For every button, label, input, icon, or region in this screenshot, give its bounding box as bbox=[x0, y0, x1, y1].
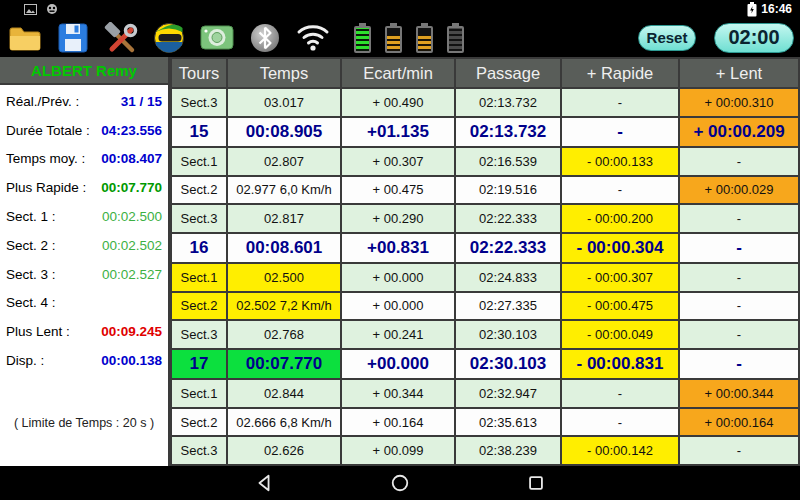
stat-row: Plus Rapide :00:07.770 bbox=[0, 173, 168, 202]
lap-row-cell: 02:22.333 bbox=[456, 234, 560, 262]
sector-row-cell: 02:38.239 bbox=[456, 437, 560, 464]
sector-row-cell: - bbox=[562, 380, 678, 407]
tools-icon bbox=[104, 22, 138, 54]
sector-row-cell: 02.817 bbox=[228, 205, 340, 232]
battery-partial-icon bbox=[385, 26, 402, 53]
sector-row-cell: - 00:00.307 bbox=[562, 264, 678, 291]
home-icon bbox=[390, 473, 410, 493]
lap-row-cell: 15 bbox=[172, 118, 226, 146]
sector-row-cell: Sect.2 bbox=[172, 409, 226, 436]
sector-row-cell: - 00:00.049 bbox=[562, 321, 678, 348]
sector-row-cell: + 00:00.344 bbox=[680, 380, 798, 407]
save-button[interactable] bbox=[56, 22, 90, 54]
sector-row-cell: 02.666 6,8 Km/h bbox=[228, 409, 340, 436]
stat-label: Sect. 3 : bbox=[6, 267, 56, 282]
driver-name: ALBERT Remy bbox=[0, 57, 168, 85]
countdown-timer-button[interactable]: 02:00 bbox=[714, 23, 794, 53]
stat-value: 00:00.138 bbox=[101, 353, 162, 368]
sector-row-cell: 03.017 bbox=[228, 89, 340, 116]
lap-row-cell: 17 bbox=[172, 350, 226, 378]
reset-button[interactable]: Reset bbox=[638, 25, 696, 51]
sector-row-cell: Sect.3 bbox=[172, 89, 226, 116]
stat-label: Sect. 2 : bbox=[6, 238, 56, 253]
android-navbar bbox=[0, 466, 800, 500]
back-icon bbox=[254, 473, 274, 493]
stat-row: Temps moy. :00:08.407 bbox=[0, 145, 168, 174]
sector-row-cell: - bbox=[680, 148, 798, 175]
sector-row-cell: 02:22.333 bbox=[456, 205, 560, 232]
sector-row-cell: Sect.3 bbox=[172, 321, 226, 348]
stat-row: Sect. 1 :00:02.500 bbox=[0, 202, 168, 231]
camera-icon bbox=[200, 24, 234, 51]
recents-button[interactable] bbox=[524, 471, 548, 495]
stat-value: 00:02.527 bbox=[102, 267, 162, 282]
sector-row-cell: - bbox=[680, 264, 798, 291]
sector-row-cell: - 00:00.200 bbox=[562, 205, 678, 232]
sector-row-cell: + 00.241 bbox=[342, 321, 454, 348]
sector-row-cell: - 00:00.142 bbox=[562, 437, 678, 464]
lap-row-cell: +00.000 bbox=[342, 350, 454, 378]
stats-list: Réal./Prév. :31 / 15Durée Totale :04:23.… bbox=[0, 87, 168, 375]
stat-value: 00:07.770 bbox=[101, 180, 162, 195]
lap-row-cell: - bbox=[680, 350, 798, 378]
sector-row-cell: - bbox=[562, 177, 678, 204]
battery-full-icon bbox=[354, 26, 371, 53]
stat-label: Plus Lent : bbox=[6, 324, 70, 339]
open-file-button[interactable] bbox=[8, 22, 42, 54]
sector-row-cell: - 00:00.133 bbox=[562, 148, 678, 175]
sector-row-cell: Sect.1 bbox=[172, 148, 226, 175]
sector-row-cell: 02.768 bbox=[228, 321, 340, 348]
settings-button[interactable] bbox=[104, 22, 138, 54]
wifi-icon bbox=[296, 23, 330, 52]
sector-row-cell: + 00:00.029 bbox=[680, 177, 798, 204]
lap-row-cell: 16 bbox=[172, 234, 226, 262]
sector-row-cell: 02.977 6,0 Km/h bbox=[228, 177, 340, 204]
bluetooth-button[interactable] bbox=[248, 22, 282, 54]
home-button[interactable] bbox=[388, 471, 412, 495]
stat-row: Sect. 4 : bbox=[0, 289, 168, 318]
sector-row-cell: 02:35.613 bbox=[456, 409, 560, 436]
stat-label: Durée Totale : bbox=[6, 123, 90, 138]
sector-row-cell: + 00:00.310 bbox=[680, 89, 798, 116]
status-clock: 16:46 bbox=[761, 2, 792, 16]
stat-value: 00:08.407 bbox=[101, 151, 162, 166]
stat-row: Disp. :00:00.138 bbox=[0, 346, 168, 375]
stats-sidebar: ALBERT Remy Réal./Prév. :31 / 15Durée To… bbox=[0, 57, 170, 466]
sector-row-cell: - 00:00.475 bbox=[562, 293, 678, 320]
sector-row-cell: Sect.2 bbox=[172, 177, 226, 204]
stat-row: Durée Totale :04:23.556 bbox=[0, 116, 168, 145]
sector-row-cell: 02.502 7,2 Km/h bbox=[228, 293, 340, 320]
battery-empty-icon bbox=[447, 26, 464, 53]
sector-row-cell: + 00.000 bbox=[342, 264, 454, 291]
stat-label: Réal./Prév. : bbox=[6, 94, 79, 109]
driver-profile-button[interactable] bbox=[152, 22, 186, 54]
column-header: + Rapide bbox=[562, 59, 678, 87]
app-notification-icon bbox=[46, 3, 58, 15]
sector-row-cell: Sect.3 bbox=[172, 437, 226, 464]
stat-row: Sect. 2 :00:02.502 bbox=[0, 231, 168, 260]
screenshot-icon bbox=[24, 4, 37, 15]
stat-row: Plus Lent :00:09.245 bbox=[0, 317, 168, 346]
back-button[interactable] bbox=[252, 471, 276, 495]
lap-row-cell: 00:08.601 bbox=[228, 234, 340, 262]
lap-row-cell: - 00:00.304 bbox=[562, 234, 678, 262]
wifi-button[interactable] bbox=[296, 22, 330, 54]
stat-label: Sect. 1 : bbox=[6, 209, 56, 224]
main-content: ALBERT Remy Réal./Prév. :31 / 15Durée To… bbox=[0, 57, 800, 466]
sector-row-cell: + 00.099 bbox=[342, 437, 454, 464]
sector-row-cell: + 00:00.164 bbox=[680, 409, 798, 436]
lap-row-cell: - bbox=[680, 234, 798, 262]
sector-row-cell: - bbox=[680, 437, 798, 464]
stat-label: Temps moy. : bbox=[6, 151, 85, 166]
sector-row-cell: - bbox=[680, 205, 798, 232]
sector-row-cell: 02:13.732 bbox=[456, 89, 560, 116]
column-header: Temps bbox=[228, 59, 340, 87]
lap-row-cell: +00.831 bbox=[342, 234, 454, 262]
sector-row-cell: + 00.475 bbox=[342, 177, 454, 204]
column-header: Tours bbox=[172, 59, 226, 87]
photo-button[interactable] bbox=[200, 22, 234, 54]
laps-table[interactable]: ToursTempsEcart/minPassage+ Rapide+ Lent… bbox=[170, 57, 800, 466]
helmet-icon bbox=[153, 22, 185, 54]
lap-row-cell: + 00:00.209 bbox=[680, 118, 798, 146]
column-header: + Lent bbox=[680, 59, 798, 87]
